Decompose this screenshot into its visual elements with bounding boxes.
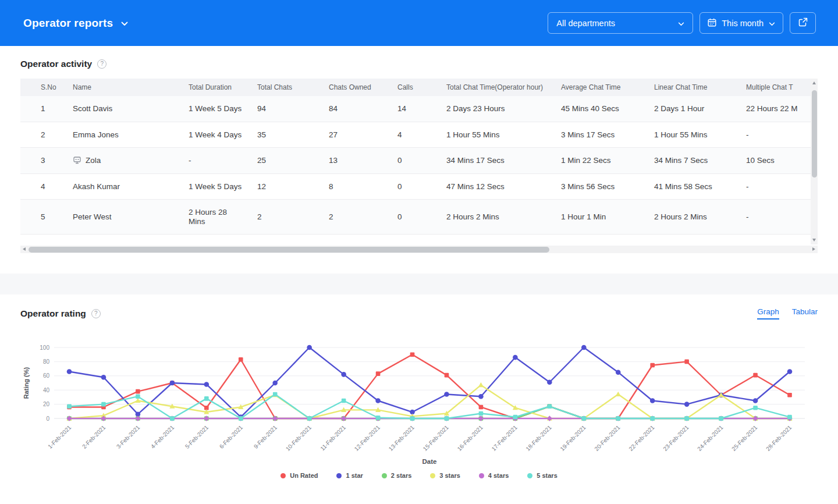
header-controls: All departments This month	[548, 12, 816, 34]
scroll-left-icon[interactable]	[23, 247, 26, 251]
legend-marker-icon	[479, 473, 484, 478]
column-header: Total Chats	[250, 79, 322, 96]
vertical-scrollbar[interactable]	[811, 79, 818, 244]
table-cell: 1	[20, 96, 66, 122]
series-un-rated	[67, 352, 792, 420]
rating-section-title: Operator rating	[20, 308, 86, 319]
legend-item[interactable]: Un Rated	[280, 472, 318, 479]
legend-marker-icon	[382, 473, 387, 478]
x-tick-label: 16-Feb-2021	[456, 424, 485, 452]
x-tick-label: 5-Feb-2021	[184, 424, 210, 450]
table-cell: 2	[322, 200, 390, 235]
y-tick-label: 60	[43, 372, 50, 379]
section-divider	[0, 274, 838, 294]
operator-name-cell: Scott Davis	[66, 96, 182, 122]
scroll-down-icon[interactable]	[812, 239, 816, 242]
table-cell: 1 Hour 1 Min	[554, 200, 647, 235]
table-cell: 2 Hours 28 Mins	[182, 200, 250, 235]
chevron-down-icon	[769, 19, 775, 28]
table-cell: 34 Mins 7 Secs	[647, 148, 739, 174]
horizontal-scrollbar-thumb[interactable]	[29, 247, 549, 253]
export-button[interactable]	[790, 12, 816, 34]
department-filter-dropdown[interactable]: All departments	[548, 12, 693, 34]
table-cell: -	[739, 122, 818, 148]
scroll-up-icon[interactable]	[812, 81, 816, 84]
date-range-dropdown[interactable]: This month	[699, 12, 783, 34]
chevron-down-icon	[678, 19, 684, 28]
table-cell: 45 Mins 40 Secs	[554, 96, 647, 122]
column-header: Calls	[390, 79, 439, 96]
table-cell: 94	[250, 96, 322, 122]
table-row[interactable]: 2Emma Jones1 Week 4 Days352741 Hour 55 M…	[20, 122, 818, 148]
scroll-right-icon[interactable]	[812, 247, 815, 251]
legend-label: 4 stars	[488, 472, 509, 479]
y-tick-label: 80	[43, 359, 50, 365]
date-range-value: This month	[722, 19, 764, 28]
legend-item[interactable]: 4 stars	[479, 472, 509, 479]
table-cell: 2 Hours 2 Mins	[647, 200, 739, 235]
x-tick-label: 23-Feb-2021	[662, 424, 690, 452]
x-tick-label: 28-Feb-2021	[765, 424, 793, 452]
y-tick-label: 40	[43, 387, 50, 393]
table-cell: 4	[20, 173, 66, 200]
y-tick-label: 20	[43, 401, 50, 407]
table-row[interactable]: 3Zola-2513034 Mins 17 Secs1 Min 22 Secs3…	[20, 148, 818, 174]
x-tick-label: 24-Feb-2021	[696, 424, 725, 452]
x-tick-label: 18-Feb-2021	[524, 424, 553, 452]
operator-name-cell: Emma Jones	[66, 122, 182, 148]
tab-graph[interactable]: Graph	[757, 307, 779, 320]
legend-item[interactable]: 3 stars	[430, 472, 460, 479]
table-cell: 34 Mins 17 Secs	[439, 148, 554, 174]
legend-item[interactable]: 2 stars	[382, 472, 411, 479]
department-filter-value: All departments	[556, 19, 615, 28]
table-cell: 10 Secs	[739, 148, 818, 174]
table-cell: -	[182, 148, 250, 174]
horizontal-scrollbar[interactable]	[20, 246, 818, 253]
series-3-stars	[66, 382, 792, 421]
vertical-scrollbar-thumb[interactable]	[812, 90, 817, 178]
x-tick-label: 4-Feb-2021	[150, 424, 176, 450]
y-tick-label: 0	[46, 416, 49, 422]
table-cell: 1 Week 5 Days	[182, 96, 250, 122]
question-mark-icon[interactable]: ?	[97, 59, 106, 69]
x-tick-label: 25-Feb-2021	[730, 424, 759, 452]
column-header: Chats Owned	[322, 79, 390, 96]
table-row[interactable]: 5Peter West2 Hours 28 Mins2202 Hours 2 M…	[20, 200, 818, 235]
legend-item[interactable]: 1 star	[336, 472, 363, 479]
legend-marker-icon	[430, 473, 435, 478]
x-tick-label: 15-Feb-2021	[422, 424, 450, 452]
table-cell: 84	[322, 96, 390, 122]
operator-name-cell: Zola	[66, 148, 182, 174]
table-cell: 1 Week 5 Days	[182, 173, 250, 200]
series-1-star	[67, 345, 793, 420]
legend-item[interactable]: 5 stars	[527, 472, 557, 479]
top-header: Operator reports All departments	[0, 0, 838, 46]
x-tick-label: 6-Feb-2021	[218, 424, 244, 450]
table-cell: 47 Mins 12 Secs	[439, 173, 554, 200]
table-cell: 0	[390, 173, 439, 200]
legend-marker-icon	[336, 473, 342, 478]
table-cell: 3 Mins 56 Secs	[554, 173, 647, 200]
report-switcher[interactable]: Operator reports	[23, 17, 128, 30]
table-cell: 27	[322, 122, 390, 148]
table-cell: 1 Week 4 Days	[182, 122, 250, 148]
tab-tabular[interactable]: Tabular	[792, 307, 818, 320]
x-tick-label: 17-Feb-2021	[491, 424, 519, 452]
table-cell: 1 Min 22 Secs	[554, 148, 647, 174]
question-mark-icon[interactable]: ?	[91, 309, 101, 318]
table-cell: 2	[250, 200, 322, 235]
x-tick-label: 2-Feb-2021	[81, 424, 107, 450]
x-tick-label: 3-Feb-2021	[115, 424, 141, 450]
calendar-icon	[708, 18, 716, 29]
table-cell: 13	[322, 148, 390, 174]
rating-chart-area: 0204060801001-Feb-20212-Feb-20213-Feb-20…	[20, 326, 818, 479]
table-cell: 8	[322, 173, 390, 200]
rating-view-tabs: Graph Tabular	[757, 307, 818, 320]
table-row[interactable]: 4Akash Kumar1 Week 5 Days128047 Mins 12 …	[20, 173, 818, 200]
table-row[interactable]: 1Scott Davis1 Week 5 Days9484142 Days 23…	[20, 96, 818, 122]
table-cell: 41 Mins 58 Secs	[647, 173, 739, 200]
operator-name-cell: Peter West	[66, 200, 182, 235]
legend-marker-icon	[280, 473, 286, 478]
x-tick-label: 13-Feb-2021	[388, 424, 416, 452]
legend-label: Un Rated	[290, 472, 318, 479]
